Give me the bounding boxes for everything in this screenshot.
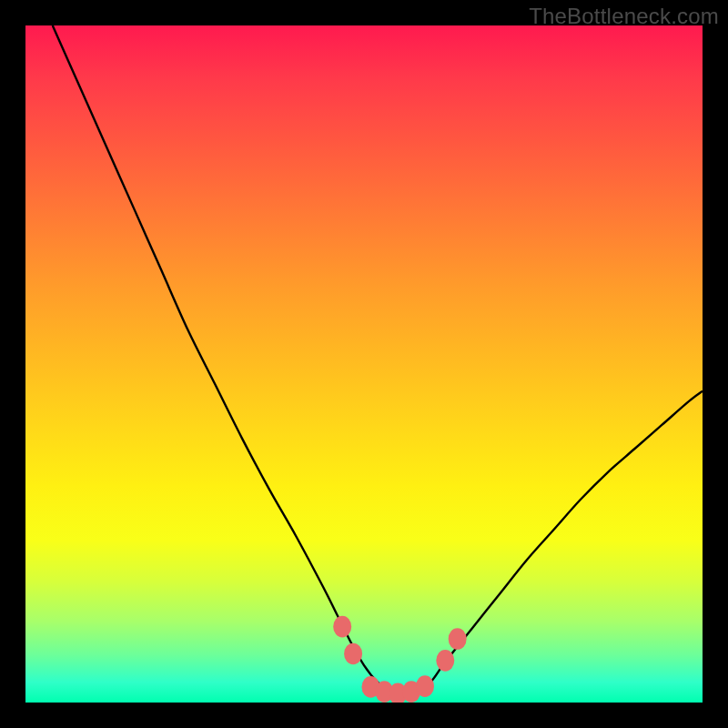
marker-floor-3 [389,683,407,703]
chart-frame: TheBottleneck.com [0,0,728,728]
marker-floor-2 [375,681,393,703]
marker-floor-1 [361,676,379,698]
bottleneck-curve [53,25,703,696]
marker-floor-4 [402,681,420,703]
marker-right-mid [436,650,454,672]
watermark-text: TheBottleneck.com [529,4,719,29]
chart-plot-area [25,25,703,703]
marker-floor-5 [416,675,434,697]
marker-group [333,616,466,703]
marker-left-outer [333,616,351,638]
marker-left-mid [344,643,362,665]
chart-svg [25,25,703,703]
marker-right-outer [449,628,467,650]
